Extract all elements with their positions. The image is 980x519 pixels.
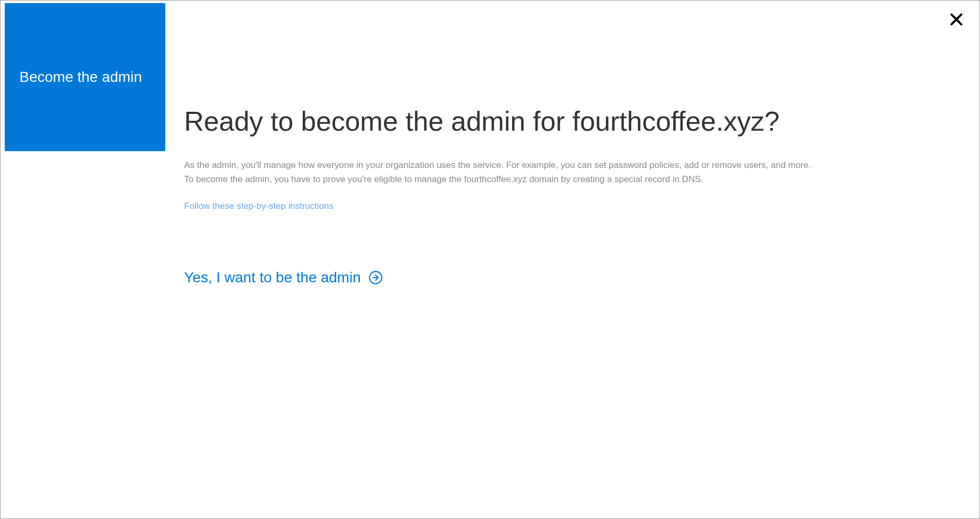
arrow-right-circle-icon [368, 270, 383, 285]
sidebar-tile: Become the admin [5, 3, 165, 151]
cta-label: Yes, I want to be the admin [184, 269, 361, 286]
page-heading: Ready to become the admin for fourthcoff… [184, 105, 948, 137]
description-line-1: As the admin, you'll manage how everyone… [184, 158, 948, 172]
main-content: Ready to become the admin for fourthcoff… [184, 105, 948, 286]
sidebar-title: Become the admin [19, 69, 142, 86]
confirm-admin-button[interactable]: Yes, I want to be the admin [184, 269, 948, 286]
instructions-link[interactable]: Follow these step-by-step instructions [184, 201, 333, 211]
close-icon [949, 12, 964, 29]
close-button[interactable] [948, 12, 965, 29]
description-line-2: To become the admin, you have to prove y… [184, 172, 948, 186]
